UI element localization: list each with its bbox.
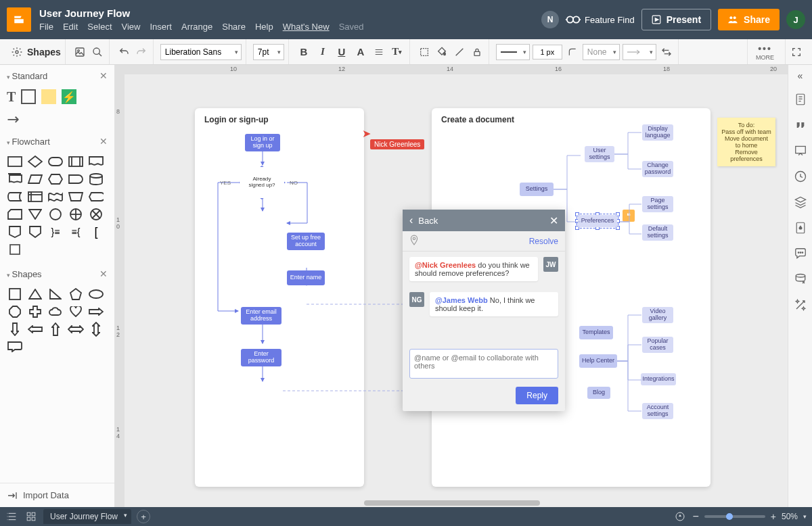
- shape-hexagon[interactable]: [47, 172, 64, 186]
- close-icon[interactable]: ✕: [99, 70, 108, 81]
- menu-share[interactable]: Share: [222, 22, 246, 32]
- shape-rect[interactable]: [7, 155, 23, 168]
- menu-whats-new[interactable]: What's New: [283, 22, 330, 32]
- menu-select[interactable]: Select: [87, 22, 112, 32]
- menu-view[interactable]: View: [122, 22, 141, 32]
- shape-octagon[interactable]: [7, 305, 23, 318]
- user-avatar[interactable]: J: [786, 10, 805, 29]
- close-icon[interactable]: ✕: [99, 136, 108, 147]
- shape-diamond[interactable]: [27, 155, 43, 168]
- shape-arrow-l[interactable]: [27, 322, 43, 336]
- node-account[interactable]: Account settings: [642, 403, 673, 419]
- node-display-lang[interactable]: Display language: [642, 124, 673, 141]
- italic-button[interactable]: I: [315, 44, 331, 60]
- more-button[interactable]: ••• MORE: [747, 39, 782, 64]
- comment-input[interactable]: [409, 349, 558, 379]
- menu-edit[interactable]: Edit: [63, 22, 78, 32]
- standard-section-head[interactable]: Standard ✕: [0, 65, 114, 87]
- rect-tool[interactable]: [21, 89, 36, 104]
- node-name[interactable]: Enter name: [287, 270, 325, 285]
- close-icon[interactable]: ✕: [99, 268, 108, 279]
- close-icon[interactable]: ✕: [549, 214, 558, 227]
- text-tool[interactable]: T: [7, 89, 16, 105]
- line-icon[interactable]: [452, 45, 467, 59]
- corner-icon[interactable]: [565, 45, 580, 59]
- shape-delay[interactable]: [68, 172, 84, 186]
- shape-callout[interactable]: [7, 340, 23, 354]
- zoom-in-icon[interactable]: +: [771, 511, 776, 522]
- node-templates[interactable]: Templates: [579, 326, 613, 339]
- shape-or[interactable]: [68, 208, 84, 221]
- collapse-icon[interactable]: «: [798, 70, 803, 81]
- shape-arrow-lr[interactable]: [68, 322, 84, 336]
- shape-arrow-r[interactable]: [88, 305, 104, 318]
- back-icon[interactable]: ‹: [409, 214, 413, 226]
- shape-internal[interactable]: [27, 190, 43, 204]
- resolve-button[interactable]: Resolve: [529, 237, 558, 246]
- grid-icon[interactable]: [24, 510, 38, 523]
- text-options-button[interactable]: T▾: [389, 44, 405, 60]
- shape-terminator[interactable]: [47, 155, 64, 168]
- image-icon[interactable]: [72, 45, 87, 59]
- history-icon[interactable]: [793, 169, 808, 184]
- outline-icon[interactable]: [5, 510, 19, 523]
- node-change-pw[interactable]: Change password: [642, 161, 673, 177]
- feature-find[interactable]: Feature Find: [566, 15, 635, 25]
- shape-display[interactable]: [88, 190, 104, 204]
- sync-icon[interactable]: [673, 510, 687, 523]
- shape-manual[interactable]: [68, 190, 84, 204]
- font-size-select[interactable]: 7pt: [253, 44, 284, 60]
- sticky-note[interactable]: To do: Pass off with team Move document …: [717, 118, 775, 166]
- shape-note[interactable]: }≡: [47, 225, 64, 239]
- shape-card[interactable]: [7, 208, 23, 221]
- fullscreen-icon[interactable]: [785, 39, 807, 64]
- shape-offpage2[interactable]: [27, 225, 43, 239]
- layers-icon[interactable]: [793, 195, 808, 210]
- shape-cloud[interactable]: [47, 305, 64, 318]
- shape-triangle[interactable]: [27, 287, 43, 301]
- shape-offpage[interactable]: [7, 225, 23, 239]
- menu-help[interactable]: Help: [255, 22, 273, 32]
- note-tool[interactable]: [41, 89, 56, 104]
- shapes-section-head[interactable]: Shapes ✕: [0, 263, 114, 285]
- document-title[interactable]: User Journey Flow: [39, 7, 364, 19]
- shape-note2[interactable]: ≡{: [68, 225, 84, 239]
- shapes-gear-icon[interactable]: [9, 45, 24, 59]
- presentation-icon[interactable]: [793, 143, 808, 158]
- zoom-slider[interactable]: [704, 515, 765, 518]
- shape-predefined[interactable]: [68, 155, 84, 168]
- shape-ellipse[interactable]: [88, 287, 104, 301]
- swap-icon[interactable]: [659, 45, 674, 59]
- node-setup[interactable]: Set up free account: [287, 233, 325, 250]
- redo-icon[interactable]: [134, 45, 149, 59]
- horizontal-scrollbar[interactable]: [134, 499, 788, 507]
- zoom-value[interactable]: 50%: [782, 512, 798, 521]
- shapes-label[interactable]: Shapes: [27, 47, 61, 57]
- shape-data[interactable]: [27, 172, 43, 186]
- present-button[interactable]: Present: [641, 9, 711, 30]
- align-icon[interactable]: [371, 45, 386, 59]
- shape-document[interactable]: [88, 155, 104, 168]
- share-button[interactable]: Share: [718, 9, 780, 30]
- stroke-width-input[interactable]: [533, 45, 562, 59]
- arrow-style-select[interactable]: [623, 44, 656, 60]
- flowchart-section-head[interactable]: Flowchart ✕: [0, 130, 114, 152]
- arrow-tool[interactable]: ↗: [2, 108, 23, 129]
- node-password[interactable]: Enter password: [241, 349, 281, 366]
- undo-icon[interactable]: [116, 45, 131, 59]
- add-page-button[interactable]: +: [137, 510, 150, 523]
- back-label[interactable]: Back: [418, 216, 438, 226]
- node-video[interactable]: Video gallery: [642, 307, 673, 323]
- chat-icon[interactable]: [793, 246, 808, 261]
- shape-swatch[interactable]: [7, 243, 23, 256]
- reply-button[interactable]: Reply: [516, 387, 558, 404]
- font-select[interactable]: Liberation Sans: [160, 44, 242, 60]
- shape-heart[interactable]: [68, 305, 84, 318]
- shape-arrow-u[interactable]: [47, 322, 64, 336]
- data-icon[interactable]: [793, 272, 808, 287]
- fill-icon[interactable]: [434, 45, 449, 59]
- line-style-select[interactable]: [496, 44, 530, 60]
- node-blog[interactable]: Blog: [587, 387, 610, 399]
- shape-rtriangle[interactable]: [47, 287, 64, 301]
- search-icon[interactable]: [90, 45, 105, 59]
